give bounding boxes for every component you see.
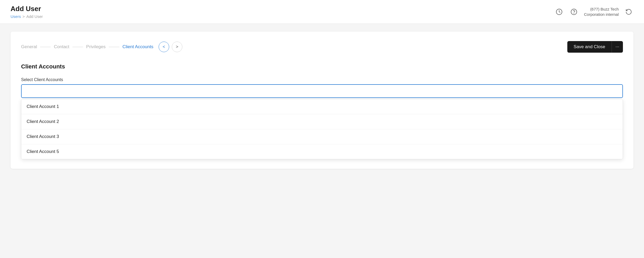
wizard-arrows: < > [159,42,182,52]
list-item[interactable]: Client Account 2 [21,114,623,129]
header-right: (677) Buzz TechCorporation internal [554,7,633,17]
breadcrumb-parent-link[interactable]: Users [11,14,21,19]
history-icon[interactable] [554,7,564,17]
wizard-step-contact[interactable]: Contact [54,44,69,49]
list-item[interactable]: Client Account 1 [21,99,623,114]
step-separator-1 [40,47,51,47]
list-item[interactable]: Client Account 5 [21,144,623,159]
breadcrumb-separator: > [22,14,25,19]
prev-step-button[interactable]: < [159,42,169,52]
page-header: Add User Users > Add User (677) Buzz Tec… [0,0,644,24]
field-label: Select Client Accounts [21,77,623,82]
wizard-step-client-accounts[interactable]: Client Accounts [123,44,153,49]
wizard-step-privileges[interactable]: Privileges [86,44,106,49]
breadcrumb-current: Add User [26,14,43,19]
undo-icon[interactable] [624,7,633,17]
breadcrumb: Users > Add User [11,14,43,19]
org-name: (677) Buzz TechCorporation internal [584,7,619,17]
client-accounts-dropdown: Client Account 1 Client Account 2 Client… [21,99,623,159]
wizard-steps-group: General Contact Privileges Client Accoun… [21,42,182,52]
svg-point-1 [571,9,577,15]
main-content: General Contact Privileges Client Accoun… [0,24,644,177]
wizard-nav-right: Save and Close ··· [567,41,623,53]
help-icon[interactable] [569,7,579,17]
step-separator-3 [109,47,119,47]
save-more-options-button[interactable]: ··· [612,41,623,53]
header-left: Add User Users > Add User [11,5,43,18]
form-card: General Contact Privileges Client Accoun… [11,32,633,169]
save-and-close-button[interactable]: Save and Close [567,41,612,53]
wizard-nav: General Contact Privileges Client Accoun… [21,41,623,53]
section-title: Client Accounts [21,63,623,70]
select-client-accounts-input[interactable] [21,84,623,98]
wizard-step-general[interactable]: General [21,44,37,49]
step-separator-2 [72,47,83,47]
wizard-steps: General Contact Privileges Client Accoun… [21,44,153,49]
list-item[interactable]: Client Account 3 [21,129,623,144]
next-step-button[interactable]: > [172,42,182,52]
page-title: Add User [11,5,43,13]
